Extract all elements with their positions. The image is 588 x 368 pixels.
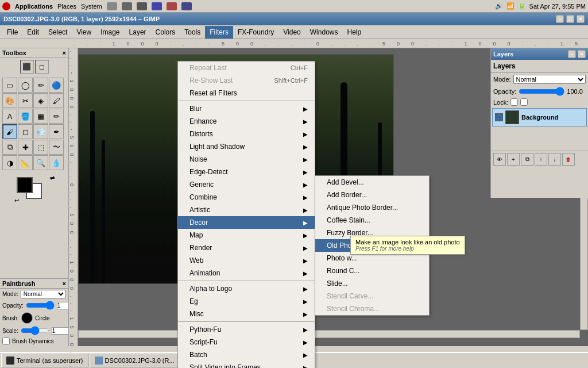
applications-menu[interactable]: Applications <box>15 3 53 10</box>
filter-blur[interactable]: Blur ▶ <box>178 102 315 115</box>
tool-fuzzy-select[interactable]: 🔵 <box>49 78 64 93</box>
new-layer-btn[interactable]: + <box>507 153 520 166</box>
menu-video[interactable]: Video <box>278 26 305 39</box>
move-layer-down-btn[interactable]: ↓ <box>548 153 561 166</box>
menu-help[interactable]: Help <box>342 26 366 39</box>
minimize-button[interactable]: – <box>556 15 564 23</box>
pb-scale-input[interactable] <box>52 327 69 335</box>
layers-lock-alpha[interactable] <box>520 98 528 106</box>
filter-decor[interactable]: Decor ▶ <box>178 216 315 229</box>
decor-antique-photo[interactable]: Antique Photo Border... <box>315 201 429 214</box>
pb-opacity-slider[interactable] <box>26 301 55 310</box>
menu-fx-foundry[interactable]: FX-Foundry <box>233 26 278 39</box>
tool-eraser[interactable]: ◻ <box>18 124 33 139</box>
tool-airbrush[interactable]: 💨 <box>33 124 48 139</box>
decor-add-bevel[interactable]: Add Bevel... <box>315 176 429 189</box>
filter-animation[interactable]: Animation ▶ <box>178 267 315 279</box>
pb-opacity-input[interactable] <box>57 302 69 309</box>
tool-smudge[interactable]: 〜 <box>49 140 64 155</box>
filter-eg[interactable]: Eg ▶ <box>178 295 315 308</box>
tool-rect-select[interactable]: ▭ <box>2 78 17 93</box>
filter-split-video[interactable]: Split Video into Frames ▶ <box>178 361 315 368</box>
tool-clone[interactable]: ⧉ <box>2 140 17 155</box>
menu-layer[interactable]: Layer <box>125 26 151 39</box>
filter-script-fu[interactable]: Script-Fu ▶ <box>178 336 315 348</box>
filter-distorts[interactable]: Distorts ▶ <box>178 128 315 140</box>
tool-select-color[interactable]: 🎨 <box>2 93 17 108</box>
menu-windows[interactable]: Windows <box>305 26 343 39</box>
foreground-color-swatch[interactable] <box>17 177 33 193</box>
menu-select[interactable]: Select <box>44 26 72 39</box>
pb-scale-slider[interactable] <box>21 326 49 335</box>
layers-mode-select[interactable]: Normal Dissolve Multiply <box>513 75 586 84</box>
filter-reset-all[interactable]: Reset all Filters <box>178 87 315 99</box>
filter-misc[interactable]: Misc ▶ <box>178 308 315 320</box>
layers-close[interactable]: × <box>578 50 586 58</box>
tool-free-select[interactable]: ✏ <box>33 78 48 93</box>
filter-enhance[interactable]: Enhance ▶ <box>178 115 315 128</box>
layer-background-row[interactable]: Background <box>492 108 587 126</box>
filter-web[interactable]: Web ▶ <box>178 254 315 267</box>
tool-ellipse-select[interactable]: ◯ <box>18 78 33 93</box>
decor-add-border[interactable]: Add Border... <box>315 189 429 201</box>
filter-alpha-to-logo[interactable]: Alpha to Logo ▶ <box>178 282 315 295</box>
filter-generic[interactable]: Generic ▶ <box>178 178 315 191</box>
layers-minimize[interactable]: – <box>568 50 576 58</box>
filter-artistic[interactable]: Artistic ▶ <box>178 204 315 216</box>
new-layer-from-visible-btn[interactable]: 👁 <box>493 153 506 166</box>
menu-edit[interactable]: Edit <box>22 26 44 39</box>
delete-layer-btn[interactable]: 🗑 <box>562 153 575 166</box>
menu-filters[interactable]: Filters <box>205 26 233 39</box>
tool-scissors[interactable]: ✂ <box>18 93 33 108</box>
pb-dynamics-checkbox[interactable] <box>2 338 10 345</box>
decor-stencil-carve[interactable]: Stencil Carve... <box>315 290 429 302</box>
menu-view[interactable]: View <box>72 26 96 39</box>
decor-stencil-chroma[interactable]: Stencil Chroma... <box>315 302 429 315</box>
taskbar-gimp[interactable]: DSC00302.JPG-3.0 (R... <box>90 354 180 367</box>
layer-visibility-icon[interactable] <box>495 113 503 121</box>
tool-blend[interactable]: ▦ <box>33 109 48 124</box>
filter-noise[interactable]: Noise ▶ <box>178 153 315 166</box>
tool-bucket-fill[interactable]: 🪣 <box>18 109 33 124</box>
filter-python-fu[interactable]: Python-Fu ▶ <box>178 323 315 336</box>
layers-opacity-slider[interactable] <box>519 87 564 96</box>
tool-foreground-select[interactable]: ◈ <box>33 93 48 108</box>
menu-image[interactable]: Image <box>96 26 124 39</box>
filter-light-shadow[interactable]: Light and Shadow ▶ <box>178 140 315 153</box>
tool-path[interactable]: 🖊 <box>49 93 64 108</box>
copy-layer-btn[interactable]: ⧉ <box>521 153 533 166</box>
toolbox-close-icon[interactable]: × <box>63 49 66 56</box>
filter-repeat-last[interactable]: Repeat Last Ctrl+F <box>178 62 315 74</box>
paintbrush-close-icon[interactable]: × <box>63 280 66 287</box>
swap-colors-icon[interactable]: ⇄ <box>50 175 55 181</box>
filter-edge-detect[interactable]: Edge-Detect ▶ <box>178 166 315 178</box>
tool-color-picker[interactable]: 💧 <box>49 155 64 170</box>
menu-file[interactable]: File <box>2 26 22 39</box>
menu-colors[interactable]: Colors <box>151 26 180 39</box>
places-menu[interactable]: Places <box>57 3 76 10</box>
decor-round-c[interactable]: Round C... <box>315 264 429 277</box>
decor-coffee-stain[interactable]: Coffee Stain... <box>315 214 429 227</box>
close-button[interactable]: × <box>577 15 585 23</box>
tool-pencil[interactable]: ✏ <box>49 109 64 124</box>
maximize-button[interactable]: □ <box>566 15 574 23</box>
filter-reshow-last[interactable]: Re-Show Last Shift+Ctrl+F <box>178 74 315 87</box>
taskbar-terminal[interactable]: Terminal (as superuser) <box>1 354 88 367</box>
scrollbar-horizontal[interactable] <box>78 330 580 338</box>
filter-combine[interactable]: Combine ▶ <box>178 191 315 204</box>
menu-tools[interactable]: Tools <box>180 26 205 39</box>
layers-lock-pixels[interactable] <box>510 98 518 106</box>
tool-measure[interactable]: 📐 <box>18 155 33 170</box>
tool-paintbrush[interactable]: 🖌 <box>2 124 17 139</box>
tool-dodge-burn[interactable]: ◑ <box>2 155 17 170</box>
pb-mode-select[interactable]: Normal <box>21 290 66 298</box>
move-layer-up-btn[interactable]: ↑ <box>535 153 547 166</box>
tool-heal[interactable]: ✚ <box>18 140 33 155</box>
filter-map[interactable]: Map ▶ <box>178 229 315 241</box>
reset-colors-icon[interactable]: ↩ <box>14 197 19 204</box>
decor-slide[interactable]: Slide... <box>315 277 429 290</box>
filter-batch[interactable]: Batch ▶ <box>178 348 315 361</box>
tool-text[interactable]: A <box>2 109 17 124</box>
system-menu[interactable]: System <box>81 3 102 10</box>
filter-render[interactable]: Render ▶ <box>178 241 315 254</box>
